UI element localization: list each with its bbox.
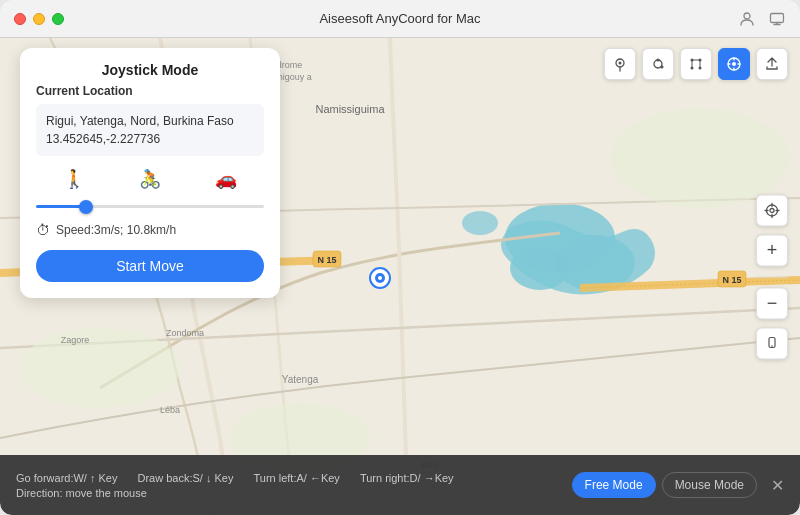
zoom-out-side-btn[interactable]: − (756, 287, 788, 319)
target-side-btn[interactable] (756, 194, 788, 226)
joystick-panel: Joystick Mode Current Location Rigui, Ya… (20, 48, 280, 298)
maximize-button[interactable] (52, 13, 64, 25)
svg-text:Zondoma: Zondoma (166, 328, 204, 338)
svg-point-6 (462, 211, 498, 235)
location-line2: 13.452645,-2.227736 (46, 132, 160, 146)
window-title: Aiseesoft AnyCoord for Mac (319, 11, 480, 26)
svg-rect-1 (771, 13, 784, 22)
pin-toolbar-btn[interactable] (604, 48, 636, 80)
panel-subtitle: Current Location (36, 84, 264, 98)
svg-text:Yatenga: Yatenga (282, 374, 319, 385)
right-sidebar: + − (756, 194, 788, 359)
start-move-button[interactable]: Start Move (36, 250, 264, 282)
svg-point-7 (20, 328, 180, 408)
joystick-toolbar-btn[interactable] (718, 48, 750, 80)
svg-point-0 (744, 13, 750, 19)
bottom-bar: Go forward:W/ ↑ Key Draw back:S/ ↓ Key T… (0, 455, 800, 515)
instruction-row-1: Go forward:W/ ↑ Key Draw back:S/ ↓ Key T… (16, 472, 564, 484)
instruction-row-2: Direction: move the mouse (16, 487, 564, 499)
title-bar: Aiseesoft AnyCoord for Mac (0, 0, 800, 38)
car-mode-icon[interactable]: 🚗 (215, 168, 237, 190)
svg-text:N 15: N 15 (317, 255, 336, 265)
map-area[interactable]: Namissiguima Aérodrome de Ouahigouy a Za… (0, 38, 800, 515)
close-button[interactable] (14, 13, 26, 25)
svg-point-35 (732, 62, 736, 66)
user-icon[interactable] (738, 10, 756, 28)
location-marker (368, 266, 392, 290)
title-actions (738, 10, 786, 28)
location-line1: Rigui, Yatenga, Nord, Burkina Faso (46, 114, 234, 128)
screen-icon[interactable] (768, 10, 786, 28)
panel-title: Joystick Mode (36, 62, 264, 78)
svg-point-28 (657, 59, 660, 62)
mode-icons-row: 🚶 🚴 🚗 (36, 168, 264, 190)
speed-indicator-icon: ⏱ (36, 222, 50, 238)
instruction-left: Turn left:A/ ←Key (253, 472, 339, 484)
route-toolbar-btn[interactable] (680, 48, 712, 80)
instruction-back: Draw back:S/ ↓ Key (137, 472, 233, 484)
free-mode-button[interactable]: Free Mode (572, 472, 656, 498)
svg-text:N 15: N 15 (722, 275, 741, 285)
speed-slider-row (36, 194, 264, 212)
svg-point-26 (619, 62, 622, 65)
bottom-instructions: Go forward:W/ ↑ Key Draw back:S/ ↓ Key T… (16, 472, 564, 499)
svg-text:Namissiguima: Namissiguima (315, 103, 385, 115)
map-toolbar (604, 48, 788, 80)
walk-mode-icon[interactable]: 🚶 (63, 168, 85, 190)
bottom-mode-buttons: Free Mode Mouse Mode (572, 472, 757, 498)
svg-text:Zagore: Zagore (61, 335, 90, 345)
svg-point-37 (770, 208, 774, 212)
rotate-toolbar-btn[interactable] (642, 48, 674, 80)
bike-mode-icon[interactable]: 🚴 (139, 168, 161, 190)
app-window: Aiseesoft AnyCoord for Mac (0, 0, 800, 515)
speed-text: Speed:3m/s; 10.8km/h (56, 223, 176, 237)
svg-point-29 (661, 66, 664, 69)
svg-point-24 (378, 276, 382, 280)
minimize-button[interactable] (33, 13, 45, 25)
speed-slider[interactable] (36, 205, 264, 208)
mouse-mode-button[interactable]: Mouse Mode (662, 472, 757, 498)
instruction-direction: Direction: move the mouse (16, 487, 147, 499)
svg-text:Léba: Léba (160, 405, 180, 415)
svg-point-8 (610, 108, 790, 208)
bottom-close-button[interactable]: ✕ (771, 476, 784, 495)
zoom-in-side-btn[interactable]: + (756, 234, 788, 266)
instruction-right: Turn right:D/ →Key (360, 472, 454, 484)
location-box: Rigui, Yatenga, Nord, Burkina Faso 13.45… (36, 104, 264, 156)
speed-row: ⏱ Speed:3m/s; 10.8km/h (36, 222, 264, 238)
export-toolbar-btn[interactable] (756, 48, 788, 80)
device-side-btn[interactable] (756, 327, 788, 359)
traffic-lights (14, 13, 64, 25)
instruction-forward: Go forward:W/ ↑ Key (16, 472, 117, 484)
